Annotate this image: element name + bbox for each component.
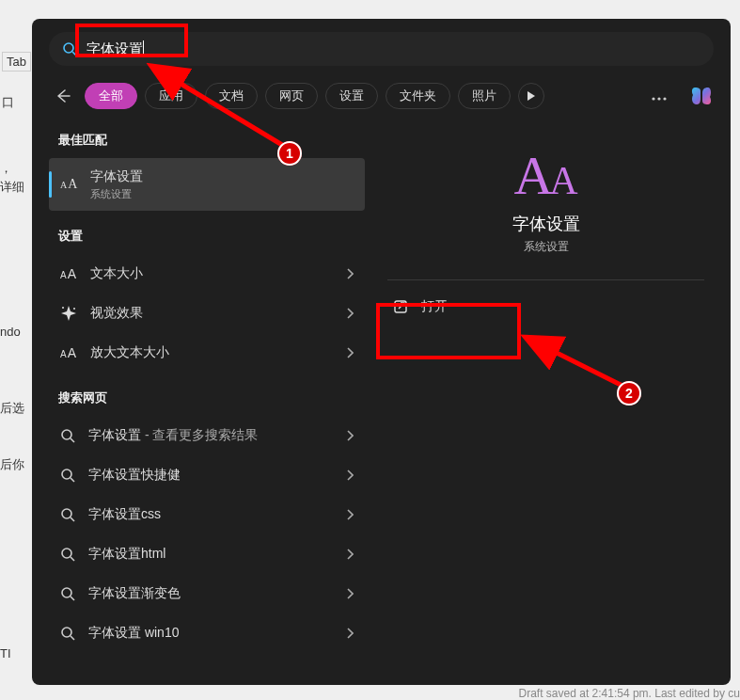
result-label: 字体设置css bbox=[88, 506, 333, 523]
bg-frag: ， bbox=[0, 160, 12, 177]
result-label: 文本大小 bbox=[90, 265, 333, 282]
more-menu-button[interactable] bbox=[646, 89, 672, 103]
svg-point-0 bbox=[64, 43, 73, 53]
bg-frag: ndo bbox=[0, 325, 21, 339]
search-icon bbox=[60, 507, 75, 522]
result-best-font-settings[interactable]: AA 字体设置 系统设置 bbox=[49, 158, 365, 211]
result-web-shortcut[interactable]: 字体设置快捷健 bbox=[49, 455, 365, 495]
dots-icon bbox=[652, 97, 667, 101]
chevron-right-icon bbox=[346, 509, 354, 520]
svg-line-18 bbox=[71, 636, 74, 640]
search-icon bbox=[60, 547, 75, 562]
chevron-right-icon bbox=[346, 347, 354, 358]
bg-frag: 详细 bbox=[0, 179, 24, 196]
result-web-gradient[interactable]: 字体设置渐变色 bbox=[49, 574, 365, 613]
svg-point-9 bbox=[62, 469, 71, 479]
section-best-match: 最佳匹配 bbox=[49, 126, 365, 158]
result-web-win10[interactable]: 字体设置 win10 bbox=[49, 613, 365, 653]
preview-open-label: 打开 bbox=[421, 298, 448, 315]
svg-line-10 bbox=[71, 478, 74, 482]
bg-frag: 后选 bbox=[0, 400, 24, 417]
svg-point-13 bbox=[62, 549, 71, 558]
result-label: 字体设置 - 查看更多搜索结果 bbox=[88, 427, 333, 444]
bg-frag: 口 bbox=[2, 94, 14, 111]
tab-more-play[interactable] bbox=[518, 83, 544, 109]
search-icon bbox=[62, 41, 77, 56]
chevron-right-icon bbox=[346, 628, 354, 639]
font-hero-icon: AA bbox=[513, 149, 577, 203]
search-bar[interactable]: 字体设置 bbox=[49, 32, 714, 66]
open-external-icon bbox=[393, 299, 408, 314]
tab-apps[interactable]: 应用 bbox=[145, 83, 197, 109]
search-icon bbox=[60, 428, 75, 443]
search-panel: 字体设置 全部 应用 文档 网页 设置 文件夹 照片 最佳匹配 bbox=[32, 19, 731, 685]
copilot-icon[interactable] bbox=[689, 84, 714, 108]
search-icon bbox=[60, 626, 75, 641]
arrow-left-icon bbox=[55, 88, 71, 103]
results-left-pane: 最佳匹配 AA 字体设置 系统设置 设置 AA 文本大小 视觉效果 A bbox=[49, 126, 365, 668]
best-result-title: 字体设置 bbox=[90, 168, 354, 185]
preview-right-pane: AA 字体设置 系统设置 打开 bbox=[378, 126, 714, 668]
preview-divider bbox=[387, 279, 704, 280]
result-label: 字体设置渐变色 bbox=[88, 585, 333, 602]
result-web-html[interactable]: 字体设置html bbox=[49, 534, 365, 574]
bg-footer-text: Draft saved at 2:41:54 pm. Last edited b… bbox=[519, 687, 740, 700]
visual-effects-icon bbox=[60, 305, 77, 322]
back-button[interactable] bbox=[49, 88, 77, 103]
tab-photos[interactable]: 照片 bbox=[458, 83, 511, 109]
result-label: 字体设置html bbox=[88, 546, 333, 563]
chevron-right-icon bbox=[346, 469, 354, 481]
svg-point-11 bbox=[62, 509, 71, 518]
preview-title: 字体设置 bbox=[512, 213, 580, 235]
svg-point-6 bbox=[73, 308, 75, 310]
bg-frag: 后你 bbox=[0, 456, 24, 473]
search-icon bbox=[60, 468, 75, 483]
svg-point-17 bbox=[62, 628, 71, 637]
tab-all[interactable]: 全部 bbox=[85, 83, 137, 109]
section-settings: 设置 bbox=[49, 222, 365, 254]
annotation-badge-1: 1 bbox=[277, 141, 302, 166]
chevron-right-icon bbox=[346, 430, 354, 441]
chevron-right-icon bbox=[346, 268, 354, 279]
svg-point-4 bbox=[663, 97, 666, 100]
chevron-right-icon bbox=[346, 588, 354, 599]
result-label: 放大文本大小 bbox=[90, 344, 333, 361]
svg-point-2 bbox=[652, 97, 654, 100]
result-text-size[interactable]: AA 文本大小 bbox=[49, 254, 365, 294]
result-visual-effects[interactable]: 视觉效果 bbox=[49, 294, 365, 333]
result-web-more[interactable]: 字体设置 - 查看更多搜索结果 bbox=[49, 416, 365, 455]
svg-line-8 bbox=[71, 438, 74, 442]
best-result-subtitle: 系统设置 bbox=[90, 187, 354, 201]
svg-point-15 bbox=[62, 588, 71, 597]
tab-documents[interactable]: 文档 bbox=[205, 83, 258, 109]
search-icon bbox=[60, 586, 75, 601]
result-label: 字体设置快捷健 bbox=[88, 467, 333, 484]
bg-tab: Tab bbox=[2, 52, 31, 72]
text-caret bbox=[143, 40, 144, 57]
result-label: 视觉效果 bbox=[90, 305, 333, 322]
preview-hero: AA 字体设置 系统设置 bbox=[387, 132, 704, 255]
section-web: 搜索网页 bbox=[49, 384, 365, 416]
tab-settings[interactable]: 设置 bbox=[325, 83, 378, 109]
svg-point-7 bbox=[62, 430, 71, 439]
chevron-right-icon bbox=[346, 308, 354, 319]
svg-line-14 bbox=[71, 557, 74, 561]
svg-line-1 bbox=[72, 52, 76, 56]
svg-point-3 bbox=[657, 97, 660, 100]
tab-folders[interactable]: 文件夹 bbox=[386, 83, 450, 109]
result-label: 字体设置 win10 bbox=[88, 625, 333, 642]
text-size-icon: AA bbox=[60, 266, 77, 281]
svg-point-5 bbox=[62, 307, 64, 309]
preview-open-action[interactable]: 打开 bbox=[387, 286, 704, 327]
search-input[interactable] bbox=[153, 41, 701, 57]
annotation-badge-2: 2 bbox=[617, 381, 641, 406]
chevron-right-icon bbox=[346, 549, 354, 560]
svg-line-12 bbox=[71, 517, 74, 521]
tab-web[interactable]: 网页 bbox=[265, 83, 318, 109]
preview-subtitle: 系统设置 bbox=[524, 239, 569, 255]
text-size-icon: AA bbox=[60, 345, 77, 360]
svg-line-16 bbox=[71, 597, 74, 600]
result-enlarge-text[interactable]: AA 放大文本大小 bbox=[49, 333, 365, 373]
filter-tabs: 全部 应用 文档 网页 设置 文件夹 照片 bbox=[49, 83, 714, 109]
result-web-css[interactable]: 字体设置css bbox=[49, 495, 365, 534]
